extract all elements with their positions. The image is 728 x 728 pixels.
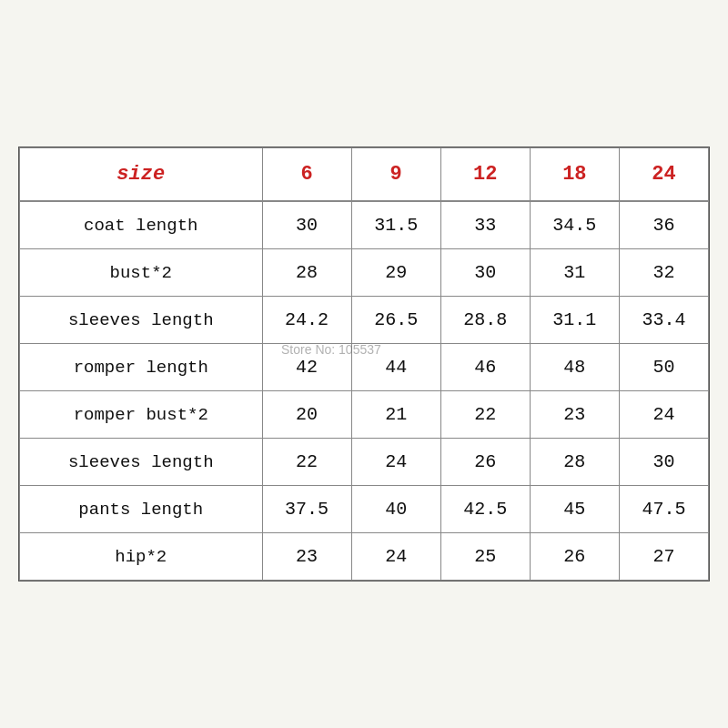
col-header-24: 24 xyxy=(619,148,708,202)
cell-value: 36 xyxy=(619,201,708,249)
table-wrapper: size 6 9 12 18 24 xyxy=(19,147,709,581)
col-6: 6 xyxy=(300,163,312,186)
cell-value: 26.5 xyxy=(351,297,440,344)
cell-value: 44 xyxy=(351,344,440,391)
col-24: 24 xyxy=(652,163,675,186)
cell-value: 45 xyxy=(530,486,619,533)
table-row: hip*22324252627 xyxy=(20,533,709,581)
cell-value: 23 xyxy=(530,391,619,439)
table-row: romper length4244464850 xyxy=(20,344,709,391)
cell-value: 37.5 xyxy=(262,486,351,533)
row-label: bust*2 xyxy=(20,249,263,297)
cell-value: 22 xyxy=(440,391,530,439)
col-header-6: 6 xyxy=(262,148,351,202)
cell-value: 21 xyxy=(351,391,440,439)
col-header-18: 18 xyxy=(530,148,619,202)
cell-value: 22 xyxy=(262,439,351,486)
table-row: coat length3031.53334.536 xyxy=(20,201,709,249)
col-header-12: 12 xyxy=(440,148,530,202)
cell-value: 24 xyxy=(351,533,440,581)
cell-value: 25 xyxy=(440,533,530,581)
col-9: 9 xyxy=(390,163,402,186)
table-body: coat length3031.53334.536bust*2282930313… xyxy=(20,201,709,581)
row-label: hip*2 xyxy=(20,533,263,581)
cell-value: 48 xyxy=(530,344,619,391)
cell-value: 30 xyxy=(440,249,530,297)
cell-value: 28 xyxy=(530,439,619,486)
cell-value: 33 xyxy=(440,201,530,249)
cell-value: 28 xyxy=(262,249,351,297)
cell-value: 42 xyxy=(262,344,351,391)
cell-value: 50 xyxy=(619,344,708,391)
col-18: 18 xyxy=(562,163,586,186)
size-chart-container: size 6 9 12 18 24 xyxy=(18,147,710,581)
cell-value: 20 xyxy=(262,391,351,439)
cell-value: 27 xyxy=(619,533,708,581)
cell-value: 28.8 xyxy=(440,297,530,344)
table-row: pants length37.54042.54547.5 xyxy=(20,486,709,533)
cell-value: 23 xyxy=(262,533,351,581)
col-header-9: 9 xyxy=(351,148,440,202)
table-row: sleeves length24.226.528.831.133.4 xyxy=(20,297,709,344)
header-row: size 6 9 12 18 24 xyxy=(20,148,709,202)
table-row: sleeves length2224262830 xyxy=(20,439,709,486)
table-row: bust*22829303132 xyxy=(20,249,709,297)
size-table: size 6 9 12 18 24 xyxy=(19,147,709,581)
cell-value: 24 xyxy=(351,439,440,486)
row-label: pants length xyxy=(20,486,263,533)
cell-value: 26 xyxy=(440,439,530,486)
cell-value: 32 xyxy=(619,249,708,297)
cell-value: 30 xyxy=(262,201,351,249)
cell-value: 30 xyxy=(619,439,708,486)
cell-value: 34.5 xyxy=(530,201,619,249)
col-12: 12 xyxy=(473,163,497,186)
cell-value: 31.1 xyxy=(530,297,619,344)
table-row: romper bust*22021222324 xyxy=(20,391,709,439)
row-label: coat length xyxy=(20,201,263,249)
cell-value: 46 xyxy=(440,344,530,391)
cell-value: 24.2 xyxy=(262,297,351,344)
cell-value: 29 xyxy=(351,249,440,297)
row-label: sleeves length xyxy=(20,297,263,344)
cell-value: 47.5 xyxy=(619,486,708,533)
cell-value: 26 xyxy=(530,533,619,581)
cell-value: 33.4 xyxy=(619,297,708,344)
cell-value: 31 xyxy=(530,249,619,297)
size-header-label: size xyxy=(20,148,263,202)
cell-value: 40 xyxy=(351,486,440,533)
row-label: romper bust*2 xyxy=(20,391,263,439)
row-label: sleeves length xyxy=(20,439,263,486)
size-label: size xyxy=(116,163,165,186)
cell-value: 31.5 xyxy=(351,201,440,249)
cell-value: 24 xyxy=(619,391,708,439)
row-label: romper length xyxy=(20,344,263,391)
cell-value: 42.5 xyxy=(440,486,530,533)
